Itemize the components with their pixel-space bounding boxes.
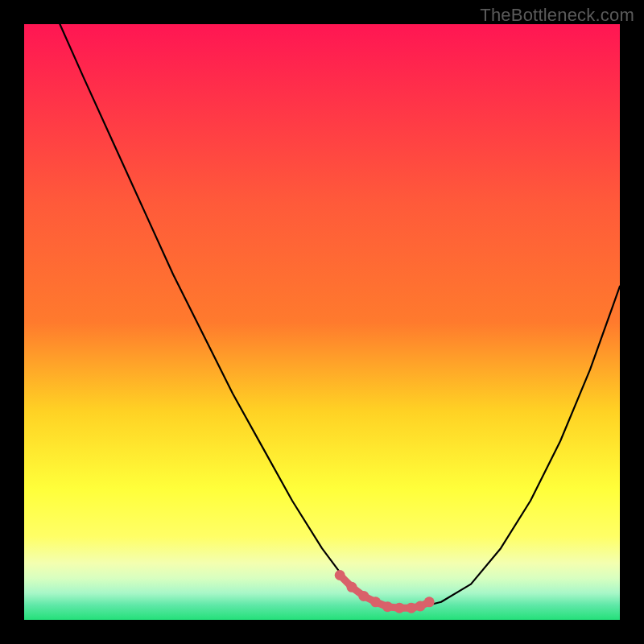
watermark-text: TheBottleneck.com (480, 5, 634, 26)
highlight-dot (370, 597, 381, 607)
highlight-dot (394, 603, 405, 613)
highlight-dot (415, 601, 426, 612)
chart-plot (24, 24, 620, 620)
chart-frame: TheBottleneck.com (0, 0, 644, 644)
chart-svg (24, 24, 620, 620)
highlight-dot (382, 601, 393, 612)
highlight-dot (358, 591, 369, 601)
highlight-dot (347, 582, 357, 592)
highlight-dot (407, 603, 417, 613)
highlight-dot (335, 570, 345, 580)
svg-rect-0 (24, 24, 620, 620)
highlight-dot (424, 597, 435, 607)
